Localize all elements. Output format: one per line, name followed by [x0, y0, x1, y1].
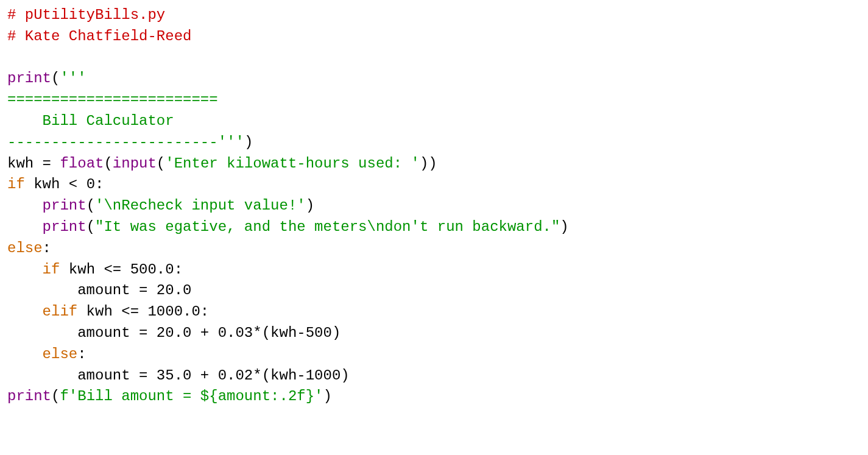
paren: ) — [306, 197, 314, 214]
indent — [7, 303, 43, 320]
statement: amount = 20.0 + 0.03*(kwh-500) — [7, 325, 340, 341]
paren: ( — [51, 70, 60, 86]
keyword-if: if — [43, 261, 60, 278]
indent — [7, 197, 43, 214]
fstring-literal: f'Bill amount = ${amount:.2f}' — [60, 388, 323, 404]
comment-line-2: # Kate Chatfield-Reed — [7, 28, 191, 44]
comment-line-1: # pUtilityBills.py — [7, 7, 165, 23]
string-literal: ''' — [60, 70, 86, 86]
code-block: # pUtilityBills.py # Kate Chatfield-Reed… — [0, 0, 868, 412]
print-call: print — [7, 70, 51, 86]
print-call: print — [43, 197, 86, 214]
paren: )) — [420, 155, 437, 172]
paren: ( — [157, 155, 165, 172]
statement: amount = 20.0 — [7, 282, 191, 298]
keyword-else: else — [43, 346, 78, 362]
paren: ( — [104, 155, 112, 172]
string-literal: 'Enter kilowatt-hours used: ' — [165, 155, 420, 172]
colon: : — [77, 346, 86, 362]
indent — [7, 219, 43, 235]
colon: : — [43, 240, 51, 256]
string-literal: '\nRecheck input value!' — [95, 197, 306, 214]
float-call: float — [60, 155, 104, 172]
keyword-else: else — [7, 240, 43, 256]
indent — [7, 346, 43, 362]
paren: ) — [244, 134, 253, 150]
paren: ( — [86, 197, 95, 214]
print-call: print — [7, 388, 51, 404]
assign: kwh = — [7, 155, 60, 172]
string-literal: Bill Calculator — [7, 113, 174, 129]
paren: ) — [323, 388, 332, 404]
condition: kwh < 0: — [25, 176, 104, 192]
paren: ( — [86, 219, 95, 235]
string-literal: "It was egative, and the meters\ndon't r… — [95, 219, 560, 235]
paren: ( — [51, 388, 60, 404]
string-literal: ------------------------''' — [7, 134, 244, 150]
input-call: input — [113, 155, 157, 172]
keyword-if: if — [7, 176, 25, 192]
string-literal: ======================== — [7, 91, 218, 108]
statement: amount = 35.0 + 0.02*(kwh-1000) — [7, 367, 350, 384]
indent — [7, 261, 43, 278]
condition: kwh <= 500.0: — [60, 261, 183, 278]
print-call: print — [43, 219, 86, 235]
condition: kwh <= 1000.0: — [77, 303, 209, 320]
keyword-elif: elif — [43, 303, 78, 320]
paren: ) — [560, 219, 568, 235]
